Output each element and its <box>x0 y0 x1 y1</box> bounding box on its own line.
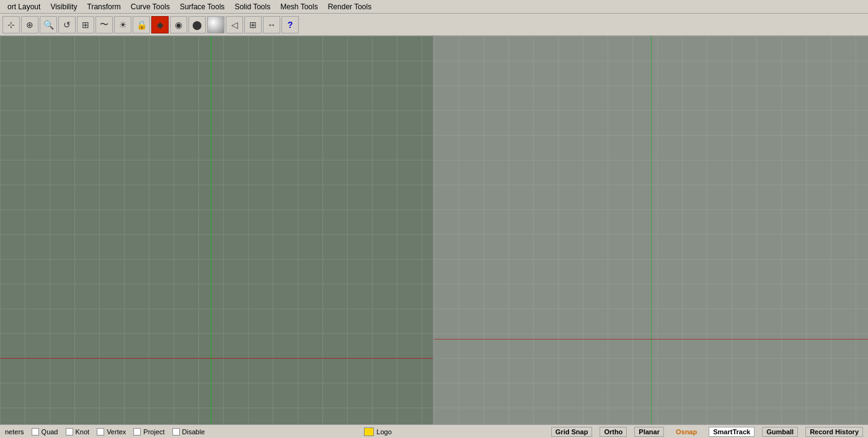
select-tool-btn[interactable]: ⊹ <box>2 16 20 33</box>
project-label: Project <box>143 428 164 436</box>
main-content: lsdkl orks <box>0 36 868 424</box>
disable-label: Disable <box>182 428 205 436</box>
logo-item: Logo <box>364 427 391 436</box>
sphere-btn[interactable]: ⬤ <box>188 16 206 33</box>
mesh-btn[interactable]: ⊞ <box>244 16 262 33</box>
lock-btn[interactable]: 🔒 <box>133 16 150 33</box>
meters-label: neters <box>5 428 24 436</box>
disable-checkbox[interactable] <box>172 428 180 436</box>
snap-quad[interactable]: Quad <box>32 428 58 436</box>
record-history-btn[interactable]: Record History <box>805 427 863 437</box>
snap-knot[interactable]: Knot <box>66 428 90 436</box>
rotate-btn[interactable]: ↺ <box>58 16 76 33</box>
menu-import-layout[interactable]: ort Layout <box>2 1 45 12</box>
axis-horizontal-left <box>0 358 433 359</box>
menu-curve-tools[interactable]: Curve Tools <box>126 1 175 12</box>
quad-checkbox[interactable] <box>32 428 39 436</box>
menu-mesh-tools[interactable]: Mesh Tools <box>275 1 322 12</box>
left-viewport[interactable]: lsdkl orks <box>0 36 434 424</box>
toolbar: ⊹ ⊕ 🔍 ↺ ⊞ 〜 ☀ 🔒 ◆ ◉ ⬤ ● ◁ ⊞ ↔ ? <box>0 14 868 36</box>
snap-disable[interactable]: Disable <box>172 428 205 436</box>
project-checkbox[interactable] <box>133 428 141 436</box>
arrow-btn[interactable]: ◁ <box>226 16 243 33</box>
logo-color-swatch <box>364 427 374 436</box>
knot-label: Knot <box>76 428 90 436</box>
right-viewport[interactable]: lsdkl <box>434 36 868 424</box>
snap-meters: neters <box>5 428 24 436</box>
gumball-btn[interactable]: Gumball <box>762 427 798 437</box>
snap-vertex[interactable]: Vertex <box>97 428 126 436</box>
render-sphere-btn[interactable]: ● <box>207 16 224 33</box>
help-btn[interactable]: ? <box>281 16 299 33</box>
menu-solid-tools[interactable]: Solid Tools <box>229 1 275 12</box>
vertex-label: Vertex <box>107 428 126 436</box>
move-btn[interactable]: ↔ <box>263 16 280 33</box>
ortho-btn[interactable]: Ortho <box>600 427 627 437</box>
knot-checkbox[interactable] <box>66 428 73 436</box>
menu-render-tools[interactable]: Render Tools <box>323 1 377 12</box>
logo-label: Logo <box>376 428 391 436</box>
menu-bar: ort Layout Visibility Transform Curve To… <box>0 0 868 14</box>
grid-snap-btn[interactable]: Grid Snap <box>551 427 593 437</box>
vertex-checkbox[interactable] <box>97 428 104 436</box>
quad-label: Quad <box>42 428 58 436</box>
color-wheel-btn[interactable]: ◉ <box>170 16 187 33</box>
planar-btn[interactable]: Planar <box>634 427 664 437</box>
zoom-btn[interactable]: 🔍 <box>40 16 57 33</box>
axis-vertical-right <box>651 36 652 424</box>
curve-btn[interactable]: 〜 <box>95 16 113 33</box>
snap-project[interactable]: Project <box>133 428 164 436</box>
status-bar: neters Quad Knot Vertex Project Disable … <box>0 424 868 438</box>
menu-transform[interactable]: Transform <box>82 1 126 12</box>
menu-visibility[interactable]: Visibility <box>45 1 82 12</box>
menu-surface-tools[interactable]: Surface Tools <box>175 1 230 12</box>
light-btn[interactable]: ☀ <box>114 16 131 33</box>
window-select-btn[interactable]: ⊕ <box>21 16 38 33</box>
viewport-layout-btn[interactable]: ⊞ <box>77 16 94 33</box>
axis-horizontal-right <box>434 339 868 339</box>
material-color-btn[interactable]: ◆ <box>151 16 169 33</box>
axis-vertical-left <box>211 36 211 424</box>
smarttrack-btn[interactable]: SmartTrack <box>709 427 755 437</box>
osnap-btn[interactable]: Osnap <box>671 427 701 437</box>
